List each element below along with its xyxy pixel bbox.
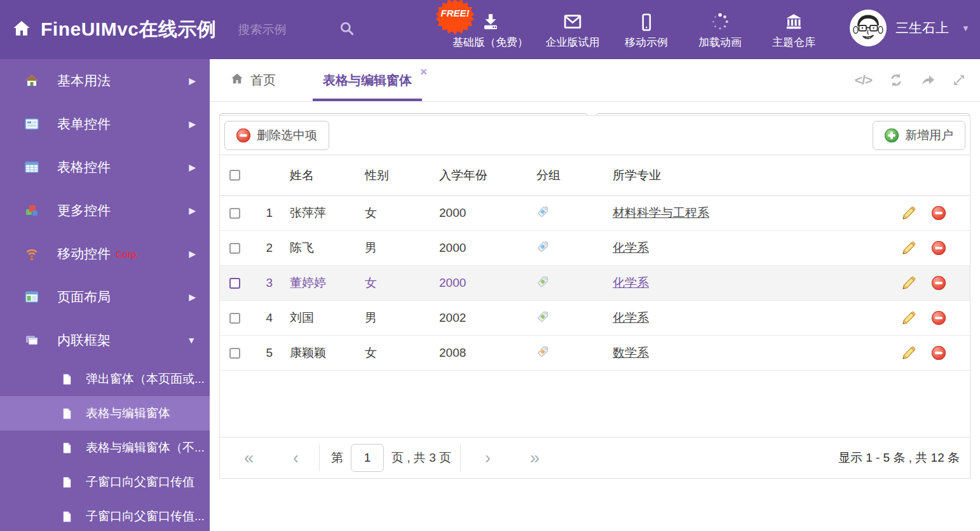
sidebar-subitem-popup-window[interactable]: 弹出窗体（本页面或... xyxy=(0,362,210,396)
nav-item-theme-repo[interactable]: 主题仓库 xyxy=(765,10,823,50)
nav-item-loading-animations[interactable]: 加载动画 xyxy=(691,10,749,50)
table-row[interactable]: 4 刘国 男 2002 化学系 xyxy=(220,301,970,336)
edit-icon[interactable] xyxy=(901,275,916,291)
cell-year: 2000 xyxy=(439,276,536,290)
tag-icon xyxy=(536,345,549,361)
table-row[interactable]: 2 陈飞 男 2000 化学系 xyxy=(220,231,970,266)
row-number: 4 xyxy=(248,311,273,325)
prev-page-icon[interactable]: ‹ xyxy=(293,450,299,467)
row-checkbox[interactable] xyxy=(229,208,240,219)
add-user-button[interactable]: 新增用户 xyxy=(873,121,965,150)
delete-icon[interactable] xyxy=(932,206,946,220)
major-link[interactable]: 化学系 xyxy=(613,310,649,326)
row-checkbox[interactable] xyxy=(229,313,240,324)
sidebar-item-label: 表格控件 xyxy=(57,158,111,176)
sidebar: 基本用法 ▶ 表单控件 ▶ 表格控件 ▶ 更多控件 ▶ 移动控件 Corp. ▶ xyxy=(0,59,210,531)
edit-icon[interactable] xyxy=(901,240,916,256)
sidebar-subitem-child-to-parent-2[interactable]: 子窗口向父窗口传值... xyxy=(0,499,210,531)
chevron-right-icon: ▶ xyxy=(189,292,196,302)
delete-icon[interactable] xyxy=(932,311,946,325)
nav-label: 加载动画 xyxy=(698,35,742,50)
column-header-major[interactable]: 所学专业 xyxy=(613,167,887,184)
cubes-icon xyxy=(24,203,41,218)
page-label-suffix: 页 , 共 3 页 xyxy=(391,450,451,466)
table-row-selected[interactable]: 3 董婷婷 女 2000 化学系 xyxy=(220,266,970,301)
delete-icon[interactable] xyxy=(932,346,946,360)
table-row[interactable]: 1 张萍萍 女 2000 材料科学与工程系 xyxy=(220,196,970,231)
sidebar-subitem-grid-edit-window-2[interactable]: 表格与编辑窗体（不... xyxy=(0,431,210,465)
sidebar-item-label: 移动控件 xyxy=(57,245,111,263)
sidebar-item-mobile-controls[interactable]: 移动控件 Corp. ▶ xyxy=(0,232,210,275)
row-checkbox[interactable] xyxy=(229,243,240,254)
tag-icon xyxy=(536,205,549,221)
grid-toolbar: 删除选中项 新增用户 xyxy=(220,116,970,155)
file-icon xyxy=(61,442,73,454)
edit-icon[interactable] xyxy=(901,310,916,326)
column-header-gender[interactable]: 性别 xyxy=(365,167,439,184)
delete-selected-button[interactable]: 删除选中项 xyxy=(224,121,329,150)
nav-label: 移动示例 xyxy=(625,35,668,50)
column-header-group[interactable]: 分组 xyxy=(536,167,613,184)
grid-empty-area xyxy=(220,371,970,437)
cell-year: 2000 xyxy=(439,206,536,220)
nav-label: 主题仓库 xyxy=(772,35,815,50)
row-checkbox[interactable] xyxy=(229,278,240,289)
next-page-icon[interactable]: › xyxy=(485,450,491,467)
edit-icon[interactable] xyxy=(901,345,916,361)
share-forward-icon[interactable] xyxy=(920,72,936,88)
column-header-name[interactable]: 姓名 xyxy=(273,167,365,184)
row-checkbox[interactable] xyxy=(229,348,240,359)
table-row[interactable]: 5 康颖颖 女 2008 数学系 xyxy=(220,336,970,371)
app-logo[interactable]: FineUIMvc在线示例 xyxy=(0,17,217,43)
major-link[interactable]: 数学系 xyxy=(613,345,649,361)
close-icon[interactable]: × xyxy=(420,66,427,78)
cell-name: 康颖颖 xyxy=(273,345,365,361)
header-search-icon[interactable] xyxy=(339,20,355,39)
cell-gender: 女 xyxy=(365,205,439,221)
nav-item-enterprise-trial[interactable]: 企业版试用 xyxy=(543,10,602,50)
user-menu[interactable]: 三生石上 ▼ xyxy=(850,10,970,46)
page-number-input[interactable] xyxy=(351,444,384,472)
first-page-icon[interactable]: « xyxy=(244,450,254,467)
select-all-checkbox[interactable] xyxy=(229,170,240,181)
major-link[interactable]: 化学系 xyxy=(613,275,649,291)
download-icon xyxy=(481,10,500,31)
cell-gender: 男 xyxy=(365,310,439,326)
sidebar-item-basic-usage[interactable]: 基本用法 ▶ xyxy=(0,59,210,102)
record-summary: 显示 1 - 5 条 , 共 12 条 xyxy=(838,450,960,466)
app-header: FineUIMvc在线示例 基础版（免费） 企业版试用 移动示例 xyxy=(0,0,980,59)
home-logo-icon xyxy=(11,18,32,41)
chevron-right-icon: ▶ xyxy=(189,205,196,216)
refresh-icon[interactable] xyxy=(888,72,904,88)
header-search-input[interactable] xyxy=(238,23,334,37)
major-link[interactable]: 化学系 xyxy=(613,240,649,256)
sidebar-subitem-grid-edit-window[interactable]: 表格与编辑窗体 xyxy=(0,396,210,431)
tab-home[interactable]: 首页 xyxy=(230,72,276,89)
last-page-icon[interactable]: » xyxy=(530,450,540,467)
delete-icon[interactable] xyxy=(932,276,946,290)
tab-grid-edit-window[interactable]: 表格与编辑窗体 × xyxy=(313,59,422,101)
sidebar-item-page-layout[interactable]: 页面布局 ▶ xyxy=(0,275,210,319)
app-title: FineUIMvc在线示例 xyxy=(41,17,217,43)
data-grid: 删除选中项 新增用户 姓名 性别 入学年份 分组 所学专业 1 张萍萍 女 20… xyxy=(219,115,970,479)
sidebar-item-form-controls[interactable]: 表单控件 ▶ xyxy=(0,102,210,146)
sidebar-item-more-controls[interactable]: 更多控件 ▶ xyxy=(0,189,210,232)
edit-icon[interactable] xyxy=(901,205,916,221)
cell-name: 张萍萍 xyxy=(273,205,365,221)
expand-icon[interactable] xyxy=(952,73,966,87)
page-label-prefix: 第 xyxy=(331,450,343,466)
sidebar-item-inline-frames[interactable]: 内联框架 ▼ xyxy=(0,319,210,362)
sidebar-item-grid-controls[interactable]: 表格控件 ▶ xyxy=(0,146,210,189)
sidebar-subitem-child-to-parent[interactable]: 子窗口向父窗口传值 xyxy=(0,465,210,499)
delete-icon[interactable] xyxy=(932,241,946,255)
sidebar-item-label: 基本用法 xyxy=(57,72,111,90)
cell-name: 刘国 xyxy=(273,310,365,326)
code-icon[interactable]: </> xyxy=(855,72,872,88)
sidebar-subitem-label: 表格与编辑窗体 xyxy=(86,405,170,422)
column-header-year[interactable]: 入学年份 xyxy=(439,167,536,184)
chevron-right-icon: ▶ xyxy=(189,119,196,129)
home-icon xyxy=(24,73,41,88)
file-icon xyxy=(61,511,73,523)
major-link[interactable]: 材料科学与工程系 xyxy=(613,205,709,221)
nav-item-mobile-demo[interactable]: 移动示例 xyxy=(617,10,676,50)
